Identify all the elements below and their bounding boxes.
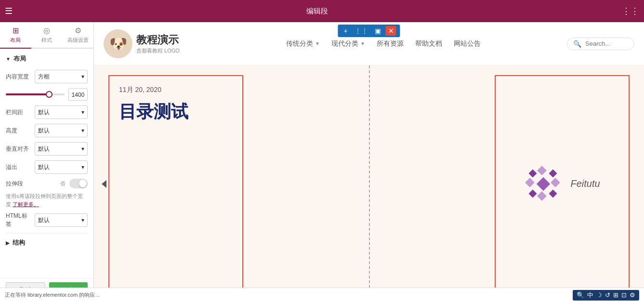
width-slider-row: 1400 (6, 88, 88, 101)
toolbar-close-btn[interactable]: ✕ (386, 26, 396, 36)
slider-thumb[interactable] (46, 91, 53, 98)
nav-item-help[interactable]: 帮助文档 (415, 39, 442, 48)
box-left-arrow-icon (102, 180, 106, 188)
svg-rect-7 (529, 189, 537, 197)
vertical-align-row: 垂直对齐 默认 ▾ (6, 142, 88, 156)
sidebar-tabs: ⊞ 布局 ◎ 样式 ⚙ 高级设置 (0, 22, 93, 49)
stretch-hint-text: 使用s将该段拉伸到页面的整个宽度 了解更多。 (6, 192, 88, 208)
height-select[interactable]: 默认 ▾ (35, 124, 88, 137)
nav-traditional-label: 传统分类 (286, 39, 313, 48)
svg-rect-3 (526, 178, 535, 187)
section-arrow-icon: ▼ (6, 56, 11, 62)
sidebar: ⊞ 布局 ◎ 样式 ⚙ 高级设置 ▼ 布局 内容宽度 方框 (0, 22, 94, 302)
html-tag-label: HTML标签 (6, 212, 31, 228)
section-divider (6, 233, 88, 234)
bottom-square-icon[interactable]: ⊡ (621, 291, 627, 299)
logo-main-text: 教程演示 (136, 33, 180, 47)
learn-more-link[interactable]: 了解更多。 (13, 201, 39, 207)
structure-section-title: 结构 (13, 238, 25, 247)
svg-rect-4 (551, 178, 561, 187)
top-bar-title: 编辑段 (18, 7, 616, 16)
content-width-select[interactable]: 方框 ▾ (35, 70, 88, 83)
nav-announcement-label: 网站公告 (454, 39, 481, 48)
structure-section-header[interactable]: ▶ 结构 (6, 238, 88, 247)
vertical-align-select[interactable]: 默认 ▾ (35, 142, 88, 156)
search-input[interactable] (585, 40, 624, 47)
svg-rect-8 (549, 189, 557, 197)
tab-advanced[interactable]: ⚙ 高级设置 (62, 22, 93, 49)
nav-item-resources[interactable]: 所有资源 (377, 39, 404, 48)
top-bar: ☰ 编辑段 ⋮⋮ (0, 0, 644, 22)
overflow-row: 溢出 默认 ▾ (6, 160, 88, 174)
width-slider-track[interactable] (6, 93, 65, 95)
preview-nav: 传统分类 ▼ 现代分类 ▼ 所有资源 帮助文档 网站公告 (200, 39, 567, 48)
vertical-align-label: 垂直对齐 (6, 145, 31, 153)
tab-layout[interactable]: ⊞ 布局 (0, 22, 31, 49)
content-width-label: 内容宽度 (6, 73, 31, 81)
toggle-knob (79, 180, 87, 187)
vertical-dashed-divider (369, 66, 370, 302)
svg-rect-2 (538, 191, 547, 201)
bottom-chinese-icon[interactable]: 中 (587, 291, 593, 300)
stretch-label: 拉伸段 (6, 180, 56, 188)
toolbar-layout-btn[interactable]: ▣ (373, 26, 383, 36)
svg-rect-0 (537, 177, 550, 190)
hamburger-icon[interactable]: ☰ (5, 6, 13, 16)
layout-section-title: 布局 (13, 54, 26, 63)
toolbar-move-btn[interactable]: ⋮⋮ (353, 26, 370, 36)
nav-help-label: 帮助文档 (415, 39, 442, 48)
svg-rect-5 (529, 169, 537, 177)
bottom-refresh-icon[interactable]: ↺ (605, 291, 610, 299)
html-tag-row: HTML标签 默认 ▾ (6, 212, 88, 228)
nav-modern-label: 现代分类 (331, 39, 358, 48)
content-title: 目录测试 (119, 100, 233, 124)
svg-rect-1 (538, 166, 547, 175)
right-content-card: Feitutu (495, 75, 630, 292)
nav-traditional-arrow: ▼ (315, 41, 320, 46)
content-date: 11月 20, 2020 (119, 86, 233, 94)
content-width-row: 内容宽度 方框 ▾ (6, 70, 88, 83)
logo-dog-icon: 🐶 (104, 29, 132, 58)
toolbar-add-btn[interactable]: + (342, 26, 349, 36)
column-gap-select[interactable]: 默认 ▾ (35, 105, 88, 119)
height-row: 高度 默认 ▾ (6, 124, 88, 137)
stretch-toggle[interactable] (69, 179, 88, 188)
slider-fill (6, 93, 47, 95)
preview-search-bar[interactable]: 🔍 (567, 38, 634, 50)
html-tag-select[interactable]: 默认 ▾ (35, 213, 88, 227)
preview-area: + ⋮⋮ ▣ ✕ 🐶 教程演示 贪都看教程 LOGO 传统分类 ▼ 现代分类 (94, 22, 644, 302)
website-logo: 🐶 教程演示 贪都看教程 LOGO (104, 29, 200, 58)
tab-layout-label: 布局 (10, 37, 21, 44)
search-icon: 🔍 (573, 40, 581, 48)
structure-arrow-icon: ▶ (6, 240, 10, 246)
feitutu-brand-name: Feitutu (570, 178, 600, 189)
status-text: 正在等待 library.elementor.com 的响应... (5, 291, 573, 299)
overflow-select[interactable]: 默认 ▾ (35, 160, 88, 174)
bottom-search-icon[interactable]: 🔍 (577, 291, 584, 299)
logo-sub-text: 贪都看教程 LOGO (136, 47, 180, 54)
advanced-tab-icon: ⚙ (75, 26, 81, 35)
bottom-moon-icon[interactable]: ☽ (596, 291, 602, 299)
nav-item-modern[interactable]: 现代分类 ▼ (331, 39, 365, 48)
slider-value-display: 1400 (68, 88, 88, 101)
nav-resources-label: 所有资源 (377, 39, 404, 48)
nav-item-announcement[interactable]: 网站公告 (454, 39, 481, 48)
bottom-grid-icon[interactable]: ⊞ (613, 291, 618, 299)
bottom-gear-icon[interactable]: ⚙ (630, 291, 635, 299)
style-tab-icon: ◎ (43, 26, 50, 35)
main-layout: ⊞ 布局 ◎ 样式 ⚙ 高级设置 ▼ 布局 内容宽度 方框 (0, 22, 644, 302)
layout-section-header[interactable]: ▼ 布局 (6, 54, 88, 63)
feitutu-logo-icon (524, 165, 563, 203)
column-gap-label: 栏间距 (6, 108, 31, 117)
bottom-bar: 正在等待 library.elementor.com 的响应... 🔍 中 ☽ … (0, 288, 644, 302)
bottom-toolbar-right: 🔍 中 ☽ ↺ ⊞ ⊡ ⚙ (573, 290, 639, 301)
height-label: 高度 (6, 127, 31, 135)
logo-text: 教程演示 贪都看教程 LOGO (136, 33, 180, 54)
grid-icon[interactable]: ⋮⋮ (622, 6, 639, 16)
overflow-arrow-icon: ▾ (81, 164, 84, 171)
left-content-card: 11月 20, 2020 目录测试 (108, 75, 243, 292)
overflow-label: 溢出 (6, 163, 31, 171)
nav-item-traditional[interactable]: 传统分类 ▼ (286, 39, 320, 48)
preview-toolbar: + ⋮⋮ ▣ ✕ (338, 25, 400, 37)
tab-style[interactable]: ◎ 样式 (31, 22, 63, 49)
